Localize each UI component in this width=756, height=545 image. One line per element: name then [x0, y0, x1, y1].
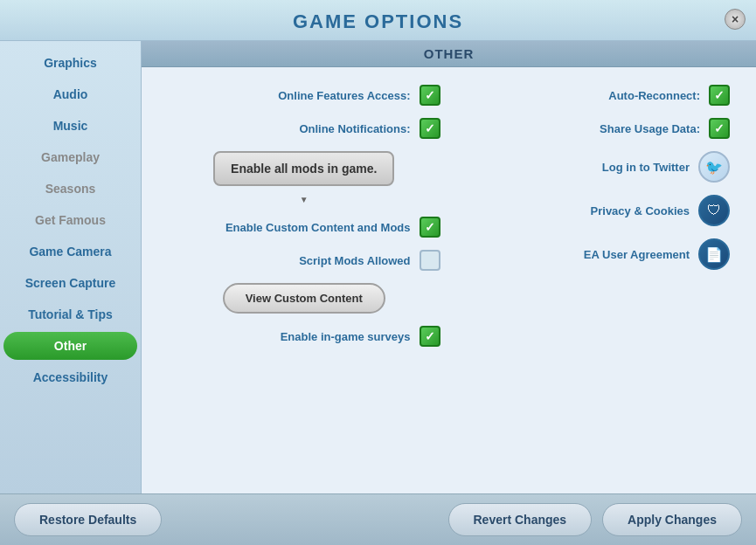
script-mods-checkbox[interactable]: [420, 250, 440, 271]
checkmark-icon: ✓: [425, 220, 435, 234]
sidebar: Graphics Audio Music Gameplay Seasons Ge…: [0, 41, 142, 493]
checkmark-icon: ✓: [425, 121, 435, 135]
sidebar-item-gameplay[interactable]: Gameplay: [3, 143, 137, 171]
bottom-bar: Restore Defaults Revert Changes Apply Ch…: [0, 493, 756, 545]
share-usage-data-checkbox[interactable]: ✓: [709, 118, 730, 139]
privacy-shield-icon[interactable]: 🛡: [698, 195, 730, 226]
twitter-icon[interactable]: 🐦: [698, 151, 730, 183]
sidebar-item-other[interactable]: Other: [3, 332, 137, 360]
privacy-cookies-label: Privacy & Cookies: [591, 204, 690, 217]
sidebar-item-accessibility[interactable]: Accessibility: [3, 363, 137, 391]
section-header: Other: [142, 41, 756, 67]
script-mods-row: Script Mods Allowed: [168, 250, 440, 271]
online-features-label: Online Features Access:: [278, 89, 410, 102]
checkmark-icon: ✓: [714, 121, 725, 135]
sidebar-item-tutorial-tips[interactable]: Tutorial & Tips: [3, 300, 137, 328]
enable-custom-content-checkbox[interactable]: ✓: [420, 217, 440, 238]
title-bar: Game Options ×: [0, 0, 756, 41]
sidebar-item-audio[interactable]: Audio: [3, 80, 137, 108]
page-title: Game Options: [0, 10, 756, 33]
enable-custom-content-label: Enable Custom Content and Mods: [225, 221, 411, 234]
chevron-down-icon: ▼: [300, 195, 309, 204]
sidebar-item-music[interactable]: Music: [3, 112, 137, 140]
online-features-row: Online Features Access: ✓: [168, 85, 440, 106]
sidebar-item-seasons[interactable]: Seasons: [3, 175, 137, 203]
content-area: Other Online Features Access: ✓ Online N…: [142, 41, 756, 493]
right-column: Auto-Reconnect: ✓ Share Usage Data: ✓ Lo…: [458, 85, 731, 347]
twitter-row: Log in to Twitter 🐦: [458, 151, 731, 183]
ea-user-agreement-label: EA User Agreement: [584, 248, 690, 261]
privacy-cookies-row: Privacy & Cookies 🛡: [458, 195, 731, 226]
ea-user-agreement-row: EA User Agreement 📄: [458, 238, 731, 270]
checkmark-icon: ✓: [714, 88, 725, 102]
ingame-surveys-checkbox[interactable]: ✓: [420, 326, 440, 347]
apply-changes-button[interactable]: Apply Changes: [602, 503, 742, 536]
view-custom-content-button[interactable]: View Custom Content: [223, 283, 385, 314]
online-notifications-checkbox[interactable]: ✓: [420, 118, 440, 139]
online-notifications-label: Online Notifications:: [299, 122, 410, 135]
enable-custom-content-row: Enable Custom Content and Mods ✓: [168, 217, 440, 238]
share-usage-data-label: Share Usage Data:: [600, 122, 700, 135]
ingame-surveys-row: Enable in-game surveys ✓: [168, 326, 440, 347]
left-column: Online Features Access: ✓ Online Notific…: [168, 85, 440, 347]
enable-all-mods-button[interactable]: Enable all mods in game.: [213, 151, 394, 186]
main-layout: Graphics Audio Music Gameplay Seasons Ge…: [0, 41, 756, 493]
sidebar-item-graphics[interactable]: Graphics: [3, 49, 137, 77]
close-button[interactable]: ×: [725, 9, 746, 30]
shield-icon: 🛡: [707, 203, 721, 218]
revert-changes-button[interactable]: Revert Changes: [448, 503, 593, 536]
sidebar-item-get-famous[interactable]: Get Famous: [3, 206, 137, 234]
script-mods-label: Script Mods Allowed: [299, 254, 410, 267]
auto-reconnect-checkbox[interactable]: ✓: [709, 85, 730, 106]
content-inner: Online Features Access: ✓ Online Notific…: [142, 67, 756, 364]
ingame-surveys-label: Enable in-game surveys: [281, 330, 411, 343]
online-notifications-row: Online Notifications: ✓: [168, 118, 440, 139]
mods-section: Enable all mods in game. ▼: [168, 151, 440, 204]
share-usage-data-row: Share Usage Data: ✓: [458, 118, 731, 139]
sidebar-item-screen-capture[interactable]: Screen Capture: [3, 269, 137, 297]
restore-defaults-button[interactable]: Restore Defaults: [14, 503, 162, 536]
checkmark-icon: ✓: [425, 329, 435, 343]
document-icon: 📄: [705, 246, 723, 263]
twitter-label: Log in to Twitter: [602, 161, 690, 174]
sidebar-item-game-camera[interactable]: Game Camera: [3, 238, 137, 266]
online-features-checkbox[interactable]: ✓: [420, 85, 440, 106]
auto-reconnect-row: Auto-Reconnect: ✓: [458, 85, 731, 106]
ea-document-icon[interactable]: 📄: [698, 238, 730, 270]
checkmark-icon: ✓: [425, 88, 435, 102]
auto-reconnect-label: Auto-Reconnect:: [608, 89, 700, 102]
